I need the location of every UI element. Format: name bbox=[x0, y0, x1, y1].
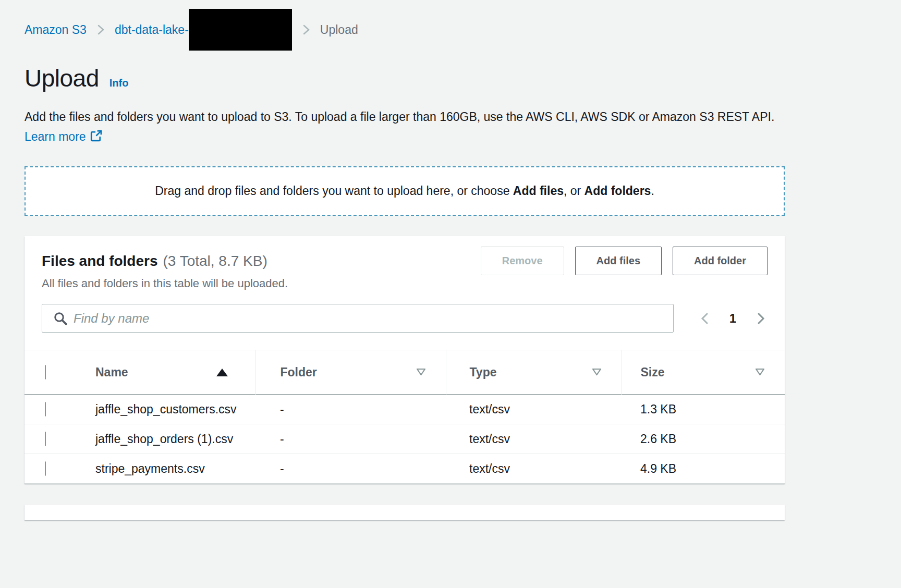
next-page-button[interactable] bbox=[754, 311, 768, 326]
file-name: jaffle_shop_customers.csv bbox=[76, 395, 255, 424]
file-name: stripe_payments.csv bbox=[76, 454, 255, 484]
row-checkbox[interactable] bbox=[45, 432, 46, 446]
intro-text: Add the files and folders you want to up… bbox=[25, 110, 774, 124]
table-row: stripe_payments.csv - text/csv 4.9 KB bbox=[25, 454, 785, 484]
sortable-icon bbox=[592, 368, 602, 376]
table-row: jaffle_shop_orders (1).csv - text/csv 2.… bbox=[25, 424, 785, 454]
learn-more-link[interactable]: Learn more bbox=[25, 130, 102, 143]
chevron-right-icon bbox=[754, 311, 768, 326]
panel-count-summary: (3 Total, 8.7 KB) bbox=[163, 253, 267, 270]
page-header: Upload Info bbox=[25, 64, 876, 92]
files-and-folders-panel: Files and folders (3 Total, 8.7 KB) All … bbox=[25, 236, 785, 484]
intro-paragraph: Add the files and folders you want to up… bbox=[25, 107, 786, 148]
next-panel-edge bbox=[25, 505, 785, 520]
breadcrumb-bucket-name[interactable]: dbt-data-lake- bbox=[115, 23, 189, 37]
panel-subtitle: All files and folders in this table will… bbox=[42, 277, 768, 290]
file-type: text/csv bbox=[446, 395, 622, 424]
search-box[interactable] bbox=[42, 304, 674, 333]
panel-actions: Remove Add files Add folder bbox=[481, 247, 768, 275]
remove-button[interactable]: Remove bbox=[481, 247, 564, 275]
info-link[interactable]: Info bbox=[109, 77, 129, 89]
search-icon bbox=[53, 311, 68, 326]
file-name: jaffle_shop_orders (1).csv bbox=[76, 424, 255, 454]
breadcrumb: Amazon S3 dbt-data-lake- Upload bbox=[25, 0, 876, 51]
panel-title: Files and folders bbox=[42, 253, 158, 270]
sort-ascending-icon bbox=[216, 369, 228, 376]
file-type: text/csv bbox=[446, 454, 622, 484]
files-table: Name Folder Type bbox=[25, 350, 785, 483]
chevron-left-icon bbox=[698, 311, 712, 326]
add-folder-button[interactable]: Add folder bbox=[673, 247, 768, 275]
sortable-icon bbox=[755, 368, 765, 376]
breadcrumb-upload: Upload bbox=[320, 23, 358, 37]
previous-page-button[interactable] bbox=[698, 311, 712, 326]
column-header-size[interactable]: Size bbox=[622, 350, 785, 395]
column-header-folder[interactable]: Folder bbox=[255, 350, 446, 395]
pagination: 1 bbox=[698, 311, 768, 326]
row-checkbox[interactable] bbox=[45, 402, 46, 416]
file-folder: - bbox=[255, 454, 446, 484]
redacted-bucket-name bbox=[189, 9, 292, 51]
file-size: 1.3 KB bbox=[622, 395, 785, 424]
current-page-number[interactable]: 1 bbox=[729, 311, 736, 326]
search-input[interactable] bbox=[74, 304, 665, 332]
page-title: Upload bbox=[25, 64, 99, 92]
drag-and-drop-zone[interactable]: Drag and drop files and folders you want… bbox=[25, 166, 785, 216]
table-header-row: Name Folder Type bbox=[25, 350, 785, 395]
row-checkbox[interactable] bbox=[45, 461, 46, 476]
file-type: text/csv bbox=[446, 424, 622, 454]
file-folder: - bbox=[255, 424, 446, 454]
dropzone-text: Drag and drop files and folders you want… bbox=[155, 184, 654, 198]
column-header-type[interactable]: Type bbox=[446, 350, 622, 395]
file-size: 2.6 KB bbox=[622, 424, 785, 454]
add-files-button[interactable]: Add files bbox=[575, 247, 662, 275]
chevron-right-icon bbox=[94, 23, 107, 36]
sortable-icon bbox=[416, 368, 426, 376]
s3-upload-page: Amazon S3 dbt-data-lake- Upload Upload I… bbox=[0, 0, 901, 520]
breadcrumb-amazon-s3[interactable]: Amazon S3 bbox=[25, 23, 87, 37]
select-all-checkbox[interactable] bbox=[45, 365, 46, 379]
chevron-right-icon bbox=[299, 23, 313, 36]
column-header-name[interactable]: Name bbox=[76, 350, 255, 395]
external-link-icon bbox=[90, 128, 102, 148]
file-size: 4.9 KB bbox=[622, 454, 785, 484]
table-row: jaffle_shop_customers.csv - text/csv 1.3… bbox=[25, 395, 785, 424]
file-folder: - bbox=[255, 395, 446, 424]
table-toolbar: 1 bbox=[25, 304, 785, 333]
